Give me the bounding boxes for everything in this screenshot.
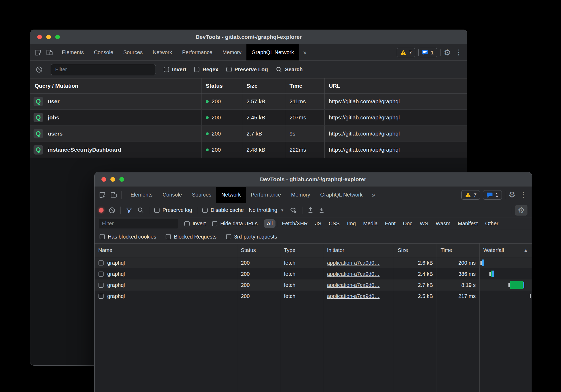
table-row[interactable]: graphql 200 fetch application-a7ca9d0… 2…	[95, 279, 532, 291]
minimize-window-button[interactable]	[110, 177, 115, 182]
column-header-query-mutation[interactable]: Query / Mutation	[30, 78, 202, 93]
initiator-link[interactable]: application-a7ca9d0…	[327, 271, 380, 277]
messages-badge[interactable]: 1	[418, 48, 437, 57]
device-toolbar-icon[interactable]	[110, 191, 117, 198]
filter-chip-manifest[interactable]: Manifest	[455, 219, 481, 228]
settings-gear-icon[interactable]: ⚙	[508, 191, 516, 199]
table-row[interactable]: graphql 200 fetch application-a7ca9d0… 2…	[95, 257, 532, 268]
column-header-time[interactable]: Time	[437, 244, 480, 257]
zoom-window-button[interactable]	[119, 177, 124, 182]
invert-checkbox[interactable]	[184, 221, 190, 226]
close-window-button[interactable]	[101, 177, 106, 182]
regex-checkbox[interactable]	[194, 67, 199, 72]
filter-chip-media[interactable]: Media	[360, 219, 380, 228]
minimize-window-button[interactable]	[46, 35, 51, 39]
preserve-log-checkbox-group[interactable]: Preserve Log	[226, 67, 268, 73]
column-header-type[interactable]: Type	[280, 244, 323, 257]
hide-data-urls-checkbox-group[interactable]: Hide data URLs	[212, 221, 258, 227]
record-button[interactable]	[99, 208, 104, 213]
filter-chip-doc[interactable]: Doc	[400, 219, 415, 228]
more-tabs-icon[interactable]: »	[368, 187, 380, 203]
tab-network[interactable]: Network	[148, 44, 177, 60]
tab-elements[interactable]: Elements	[125, 187, 157, 203]
import-har-icon[interactable]	[307, 207, 314, 213]
filter-chip-js[interactable]: JS	[312, 219, 324, 228]
column-header-size[interactable]: Size	[394, 244, 437, 257]
filter-input[interactable]	[51, 64, 156, 75]
close-window-button[interactable]	[37, 35, 42, 39]
third-party-requests-checkbox-group[interactable]: 3rd-party requests	[226, 234, 277, 240]
warnings-badge[interactable]: 7	[397, 48, 415, 57]
table-row[interactable]: Qjobs 200 2.45 kB 207ms https://gitlab.c…	[30, 110, 467, 126]
kebab-menu-icon[interactable]: ⋮	[519, 191, 528, 198]
column-header-name[interactable]: Name	[95, 244, 237, 257]
table-row[interactable]: graphql 200 fetch application-a7ca9d0… 2…	[95, 291, 532, 302]
hide-data-urls-checkbox[interactable]	[212, 221, 217, 226]
column-header-time[interactable]: Time	[285, 78, 325, 93]
third-party-requests-checkbox[interactable]	[226, 234, 231, 239]
network-settings-gear-icon[interactable]: ⚙	[515, 205, 527, 216]
inspect-element-icon[interactable]	[99, 191, 106, 198]
filter-chip-ws[interactable]: WS	[417, 219, 431, 228]
tab-memory[interactable]: Memory	[286, 187, 315, 203]
tab-performance[interactable]: Performance	[246, 187, 286, 203]
inspect-element-icon[interactable]	[35, 49, 42, 56]
filter-chip-all[interactable]: All	[264, 219, 275, 228]
disable-cache-checkbox[interactable]	[202, 208, 208, 213]
column-header-status[interactable]: Status	[202, 78, 242, 93]
table-row[interactable]: Qusers 200 2.7 kB 9s https://gitlab.com/…	[30, 126, 467, 142]
column-header-url[interactable]: URL	[325, 78, 467, 93]
table-row[interactable]: QinstanceSecurityDashboard 200 2.48 kB 2…	[30, 142, 467, 158]
blocked-requests-checkbox-group[interactable]: Blocked Requests	[166, 234, 216, 240]
invert-checkbox[interactable]	[164, 67, 169, 72]
column-header-size[interactable]: Size	[242, 78, 285, 93]
tab-console[interactable]: Console	[157, 187, 187, 203]
settings-gear-icon[interactable]: ⚙	[444, 49, 451, 57]
warnings-badge[interactable]: 7	[461, 190, 480, 200]
zoom-window-button[interactable]	[55, 35, 60, 39]
filter-funnel-icon[interactable]	[126, 207, 132, 213]
filter-chip-font[interactable]: Font	[382, 219, 399, 228]
disable-cache-checkbox-group[interactable]: Disable cache	[202, 207, 244, 213]
filter-chip-wasm[interactable]: Wasm	[433, 219, 453, 228]
filter-chip-img[interactable]: Img	[344, 219, 359, 228]
tab-memory[interactable]: Memory	[217, 44, 246, 60]
row-checkbox[interactable]	[99, 260, 104, 265]
tab-sources[interactable]: Sources	[187, 187, 216, 203]
device-toolbar-icon[interactable]	[46, 49, 53, 56]
row-checkbox[interactable]	[99, 294, 104, 299]
table-row[interactable]: graphql 200 fetch application-a7ca9d0… 2…	[95, 268, 532, 279]
preserve-log-checkbox-group[interactable]: Preserve log	[154, 207, 192, 213]
preserve-log-checkbox[interactable]	[226, 67, 232, 72]
preserve-log-checkbox[interactable]	[154, 208, 160, 213]
column-header-waterfall[interactable]: Waterfall ▲	[480, 244, 532, 257]
initiator-link[interactable]: application-a7ca9d0…	[327, 260, 380, 266]
filter-chip-css[interactable]: CSS	[326, 219, 343, 228]
messages-badge[interactable]: 1	[483, 190, 502, 200]
initiator-link[interactable]: application-a7ca9d0…	[327, 293, 380, 299]
clear-icon[interactable]	[109, 207, 115, 214]
has-blocked-cookies-checkbox[interactable]	[100, 234, 105, 239]
tab-elements[interactable]: Elements	[57, 44, 89, 60]
kebab-menu-icon[interactable]: ⋮	[454, 49, 463, 56]
regex-checkbox-group[interactable]: Regex	[194, 67, 218, 73]
clear-icon[interactable]	[36, 66, 43, 73]
export-har-icon[interactable]	[319, 207, 325, 213]
row-checkbox[interactable]	[99, 272, 104, 277]
tab-network[interactable]: Network	[216, 187, 246, 203]
row-checkbox[interactable]	[99, 283, 104, 288]
tab-graphql-network[interactable]: GraphQL Network	[315, 187, 367, 203]
tab-performance[interactable]: Performance	[177, 44, 218, 60]
search-icon[interactable]	[137, 207, 144, 213]
filter-input[interactable]	[99, 219, 178, 228]
column-header-status[interactable]: Status	[237, 244, 280, 257]
column-header-initiator[interactable]: Initiator	[323, 244, 394, 257]
tab-console[interactable]: Console	[89, 44, 118, 60]
throttling-dropdown[interactable]: No throttling ▼	[249, 207, 284, 213]
filter-chip-fetch-xhr[interactable]: Fetch/XHR	[279, 219, 311, 228]
network-conditions-icon[interactable]	[289, 207, 297, 214]
invert-checkbox-group[interactable]: Invert	[164, 67, 186, 73]
table-row[interactable]: Quser 200 2.57 kB 211ms https://gitlab.c…	[30, 94, 467, 110]
search-button[interactable]: Search	[276, 66, 303, 73]
tab-graphql-network[interactable]: GraphQL Network	[246, 44, 299, 60]
